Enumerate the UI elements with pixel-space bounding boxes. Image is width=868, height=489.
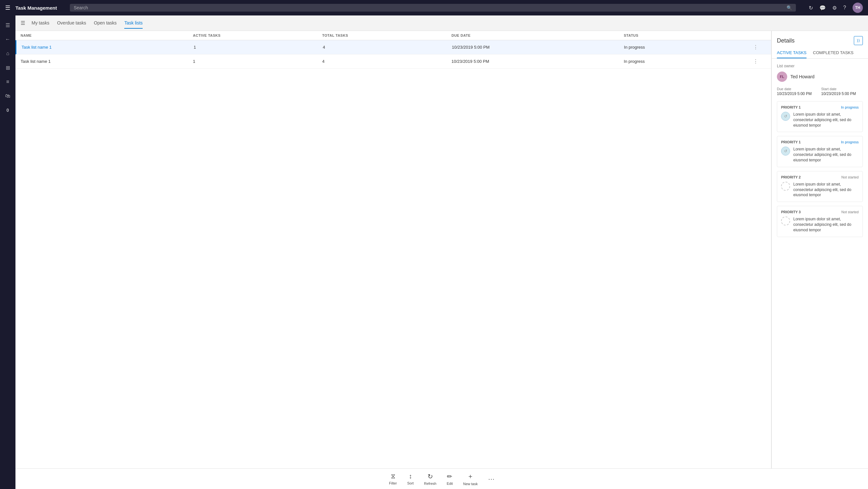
new-task-button[interactable]: ＋ New task bbox=[463, 472, 477, 486]
details-dates: Due date 10/23/2019 5:00 PM Start date 1… bbox=[777, 87, 863, 96]
task-status-4: Not started bbox=[841, 210, 859, 214]
details-panel: Details ⟩⟩ ACTIVE TASKS COMPLETED TASKS … bbox=[771, 31, 868, 468]
refresh-button[interactable]: ↻ Refresh bbox=[424, 472, 437, 485]
cell-total-2: 4 bbox=[322, 59, 452, 64]
cell-due-1: 10/23/2019 5:00 PM bbox=[452, 45, 624, 50]
owner-name: Ted Howard bbox=[790, 74, 814, 79]
start-date-block: Start date 10/23/2019 5:00 PM bbox=[821, 87, 863, 96]
task-icon-1: ↺ bbox=[781, 112, 790, 121]
table-row[interactable]: Task list name 1 1 4 10/23/2019 5:00 PM … bbox=[16, 54, 771, 68]
details-owner: FL Ted Howard bbox=[777, 71, 863, 82]
sidebar-home[interactable]: ⌂ bbox=[2, 48, 13, 59]
sidebar-apps[interactable]: ⊞ bbox=[2, 62, 13, 74]
refresh-label: Refresh bbox=[424, 482, 437, 485]
chat-icon[interactable]: 💬 bbox=[819, 5, 826, 11]
details-body: List owner FL Ted Howard Due date 10/23/… bbox=[772, 59, 868, 468]
task-status-2: In progress bbox=[841, 140, 859, 144]
table-area: NAME ACTIVE TASKS TOTAL TASKS DUE DATE S… bbox=[16, 31, 771, 468]
task-status-3: Not started bbox=[841, 175, 859, 179]
task-text-4: Lorem ipsum dolor sit amet, consectetur … bbox=[793, 217, 859, 233]
search-bar[interactable]: 🔍 bbox=[70, 4, 796, 11]
sidebar-hamburger[interactable]: ☰ bbox=[2, 19, 13, 31]
cell-total-1: 4 bbox=[323, 45, 452, 50]
sub-nav-tabs: My tasks Overdue tasks Open tasks Task l… bbox=[32, 18, 143, 29]
toolbar-more-button[interactable]: ⋯ bbox=[488, 475, 495, 483]
tab-open-tasks[interactable]: Open tasks bbox=[94, 18, 117, 29]
filter-label: Filter bbox=[389, 481, 397, 485]
details-header: Details ⟩⟩ bbox=[772, 31, 868, 45]
sidebar-back[interactable]: ← bbox=[2, 33, 13, 45]
tab-active-tasks[interactable]: ACTIVE TASKS bbox=[777, 48, 807, 58]
sub-nav: ☰ My tasks Overdue tasks Open tasks Task… bbox=[16, 16, 868, 31]
task-card-header-3: PRIORITY 2 Not started bbox=[781, 175, 859, 179]
task-text-1: Lorem ipsum dolor sit amet, consectetur … bbox=[793, 112, 859, 128]
sort-label: Sort bbox=[407, 481, 414, 485]
content-row: NAME ACTIVE TASKS TOTAL TASKS DUE DATE S… bbox=[16, 31, 868, 468]
top-nav-icons: ↻ 💬 ⚙ ? TH bbox=[809, 3, 863, 13]
edit-label: Edit bbox=[446, 482, 453, 485]
content-area: ☰ My tasks Overdue tasks Open tasks Task… bbox=[16, 16, 868, 489]
avatar[interactable]: TH bbox=[852, 3, 863, 13]
edit-icon: ✏ bbox=[447, 472, 452, 480]
sort-button[interactable]: ↕ Sort bbox=[407, 472, 414, 485]
top-nav: ☰ Task Management 🔍 ↻ 💬 ⚙ ? TH bbox=[0, 0, 868, 16]
left-sidebar: ☰ ← ⌂ ⊞ ≡ 🛍 0 bbox=[0, 16, 16, 489]
sidebar-list[interactable]: ≡ bbox=[2, 76, 13, 88]
row-more-2[interactable]: ⋮ bbox=[753, 58, 766, 64]
tab-completed-tasks[interactable]: COMPLETED TASKS bbox=[813, 48, 854, 58]
filter-button[interactable]: ⧖ Filter bbox=[389, 472, 397, 485]
tab-task-lists[interactable]: Task lists bbox=[124, 18, 143, 29]
task-card-2[interactable]: PRIORITY 1 In progress ↺ Lorem ipsum dol… bbox=[777, 136, 863, 167]
sub-nav-hamburger[interactable]: ☰ bbox=[21, 20, 25, 26]
task-card-header-2: PRIORITY 1 In progress bbox=[781, 140, 859, 144]
task-card-4[interactable]: PRIORITY 3 Not started Lorem ipsum dolor… bbox=[777, 206, 863, 237]
sidebar-bag[interactable]: 🛍 bbox=[2, 90, 13, 102]
task-text-2: Lorem ipsum dolor sit amet, consectetur … bbox=[793, 147, 859, 163]
col-total-tasks: TOTAL TASKS bbox=[322, 33, 452, 37]
app-title: Task Management bbox=[16, 5, 57, 11]
tab-overdue-tasks[interactable]: Overdue tasks bbox=[57, 18, 86, 29]
task-card-3[interactable]: PRIORITY 2 Not started Lorem ipsum dolor… bbox=[777, 171, 863, 202]
task-card-1[interactable]: PRIORITY 1 In progress ↺ Lorem ipsum dol… bbox=[777, 101, 863, 132]
help-icon[interactable]: ? bbox=[843, 5, 846, 11]
details-tabs: ACTIVE TASKS COMPLETED TASKS bbox=[772, 48, 868, 59]
row-more-1[interactable]: ⋮ bbox=[753, 44, 766, 50]
table-row[interactable]: Task list name 1 1 4 10/23/2019 5:00 PM … bbox=[16, 40, 771, 54]
settings-icon[interactable]: ⚙ bbox=[832, 5, 837, 11]
task-text-3: Lorem ipsum dolor sit amet, consectetur … bbox=[793, 182, 859, 198]
new-task-label: New task bbox=[463, 482, 477, 486]
start-date-label: Start date bbox=[821, 87, 863, 91]
due-date-label: Due date bbox=[777, 87, 819, 91]
task-priority-1: PRIORITY 1 bbox=[781, 105, 801, 109]
task-priority-4: PRIORITY 3 bbox=[781, 210, 801, 214]
bottom-toolbar: ⧖ Filter ↕ Sort ↻ Refresh ✏ Edit ＋ New t… bbox=[16, 468, 868, 489]
col-due-date: DUE DATE bbox=[452, 33, 624, 37]
search-input[interactable] bbox=[74, 5, 786, 10]
list-owner-label: List owner bbox=[777, 64, 863, 68]
search-icon: 🔍 bbox=[786, 5, 792, 10]
task-card-content-2: ↺ Lorem ipsum dolor sit amet, consectetu… bbox=[781, 147, 859, 163]
tab-my-tasks[interactable]: My tasks bbox=[32, 18, 49, 29]
sidebar-badge: 0 bbox=[2, 104, 13, 116]
task-card-header-4: PRIORITY 3 Not started bbox=[781, 210, 859, 214]
cell-name-2: Task list name 1 bbox=[21, 59, 193, 64]
due-date-value: 10/23/2019 5:00 PM bbox=[777, 91, 819, 96]
task-icon-4 bbox=[781, 217, 790, 226]
cell-due-2: 10/23/2019 5:00 PM bbox=[452, 59, 624, 64]
hamburger-icon[interactable]: ☰ bbox=[5, 4, 10, 11]
task-card-content-4: Lorem ipsum dolor sit amet, consectetur … bbox=[781, 217, 859, 233]
details-collapse-button[interactable]: ⟩⟩ bbox=[854, 36, 863, 45]
refresh-icon[interactable]: ↻ bbox=[809, 5, 813, 11]
cell-active-2: 1 bbox=[193, 59, 322, 64]
cell-status-2: In progress bbox=[624, 59, 753, 64]
col-actions bbox=[753, 33, 766, 37]
cell-active-1: 1 bbox=[194, 45, 323, 50]
col-status: STATUS bbox=[624, 33, 753, 37]
col-name: NAME bbox=[21, 33, 193, 37]
filter-icon: ⧖ bbox=[391, 472, 395, 480]
task-card-content-3: Lorem ipsum dolor sit amet, consectetur … bbox=[781, 182, 859, 198]
sort-icon: ↕ bbox=[409, 472, 412, 480]
task-status-1: In progress bbox=[841, 105, 859, 109]
edit-button[interactable]: ✏ Edit bbox=[446, 472, 453, 485]
task-icon-2: ↺ bbox=[781, 147, 790, 155]
